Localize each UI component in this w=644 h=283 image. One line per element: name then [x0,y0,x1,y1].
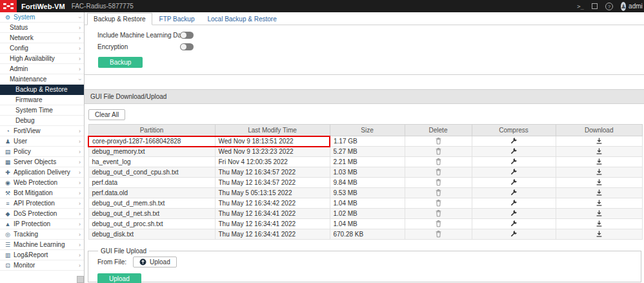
download-icon[interactable] [596,199,603,207]
delete-icon[interactable] [435,230,442,238]
machine-learning-icon: ☰ [4,242,12,248]
compress-icon[interactable] [510,137,518,144]
tab-backup-restore[interactable]: Backup & Restore [87,13,152,25]
sidebar-item-bot-mitigation[interactable]: ⚒ Bot Mitigation › [0,188,84,198]
help-icon[interactable]: ? [605,3,613,10]
upload-button[interactable]: Upload [97,273,141,283]
upload-legend: GUI File Upload [98,247,149,255]
download-icon[interactable] [596,147,603,155]
chevron-right-icon: › [79,149,81,155]
sidebar-item-user[interactable]: ♟ User › [0,136,84,147]
user-menu[interactable]: ♟ admin [621,2,643,11]
fullscreen-icon[interactable] [592,3,598,9]
server-objects-icon: ▦ [4,159,12,165]
sidebar-item-network[interactable]: Network › [0,33,84,43]
sidebar-item-api-protection[interactable]: ≡ API Protection › [0,198,84,209]
compress-icon[interactable] [510,220,518,227]
sidebar-item-server-objects[interactable]: ▦ Server Objects › [0,157,84,167]
chevron-right-icon: › [79,66,81,72]
download-icon[interactable] [596,220,603,227]
delete-icon[interactable] [435,189,442,196]
chevron-right-icon: › [79,221,81,227]
sidebar-item-config[interactable]: Config › [0,43,84,54]
clear-all-button[interactable]: Clear All [88,109,125,120]
download-icon[interactable] [596,178,603,186]
compress-icon[interactable] [510,189,518,196]
download-icon[interactable] [596,168,603,176]
sidebar-item-fortiview[interactable]: ◔ FortiView › [0,126,84,136]
fortiview-icon: ◔ [4,128,12,134]
compress-icon[interactable] [510,168,518,175]
sidebar-items: ⚙ System › Status › Network › Config › H… [0,12,84,271]
sidebar-item-monitor[interactable]: ⊡ Monitor › [0,260,84,271]
gui-file-upload-section: GUI File Upload From File: Upload Upload [88,247,641,282]
compress-icon[interactable] [510,147,518,154]
compress-icon[interactable] [510,230,518,237]
compress-icon[interactable] [510,209,518,216]
download-icon[interactable] [596,158,603,165]
compress-icon[interactable] [510,199,518,206]
download-icon[interactable] [596,230,603,238]
chevron-right-icon: › [79,262,81,269]
file-picker-button[interactable]: Upload [133,257,177,267]
terminal-icon[interactable]: >_ [577,3,584,10]
sidebar-item-backup-restore[interactable]: Backup & Restore [0,85,84,95]
gear-icon: ⚙ [4,14,12,21]
application-delivery-icon: ✚ [4,169,12,176]
user-icon: ♟ [4,138,12,145]
backup-button[interactable]: Backup [98,57,143,68]
tracking-icon: ◎ [4,231,12,238]
chevron-right-icon: › [79,252,81,258]
compress-icon[interactable] [510,158,518,165]
sidebar: ⚙ System › Status › Network › Config › H… [0,12,85,283]
sidebar-item-machine-learning[interactable]: ☰ Machine Learning › [0,240,84,250]
file-table-header-row: PartitionLast Modify TimeSizeDeleteCompr… [88,125,643,136]
file-table: PartitionLast Modify TimeSizeDeleteCompr… [88,124,643,240]
sidebar-item-system-time[interactable]: System Time [0,105,84,116]
chevron-right-icon: › [79,242,81,248]
sidebar-item-policy[interactable]: ▤ Policy › [0,147,84,157]
sidebar-item-system[interactable]: ⚙ System › [0,12,84,23]
table-row: debug_out_d_proc.sh.txt Thu May 12 16:34… [88,219,643,229]
sidebar-item-status[interactable]: Status › [0,23,84,33]
sidebar-item-web-protection[interactable]: ◉ Web Protection › [0,178,84,188]
delete-icon[interactable] [435,220,442,227]
encryption-toggle[interactable] [180,43,194,50]
column-header-download: Download [556,125,643,136]
compress-icon[interactable] [510,178,518,185]
sidebar-item-tracking[interactable]: ◎ Tracking › [0,229,84,240]
sidebar-item-ip-protection[interactable]: ▲ IP Protection › [0,219,84,229]
include-machine-learning-data-label: Include Machine Learning Data [97,32,180,39]
avatar: ♟ [621,2,626,11]
sidebar-item-debug[interactable]: Debug [0,116,84,126]
dos-protection-icon: ◆ [4,211,12,217]
download-icon[interactable] [596,209,603,217]
sidebar-item-dos-protection[interactable]: ◆ DoS Protection › [0,209,84,219]
divider [85,74,644,75]
tab-ftp-backup[interactable]: FTP Backup [154,14,201,25]
delete-icon[interactable] [435,147,442,155]
sidebar-item-log-report[interactable]: ▥ Log&Report › [0,250,84,260]
delete-icon[interactable] [435,209,442,217]
download-icon[interactable] [596,137,603,145]
sidebar-item-high-availability[interactable]: High Availability › [0,54,84,64]
tab-local-backup-restore[interactable]: Local Backup & Restore [201,14,282,25]
sidebar-item-application-delivery[interactable]: ✚ Application Delivery › [0,167,84,178]
download-icon[interactable] [596,189,603,196]
delete-icon[interactable] [435,158,442,165]
include-machine-learning-data-toggle[interactable] [180,32,194,39]
delete-icon[interactable] [435,137,442,145]
encryption-label: Encryption [97,43,180,50]
ip-protection-icon: ▲ [4,221,12,227]
column-header-size: Size [330,125,405,136]
delete-icon[interactable] [435,199,442,207]
delete-icon[interactable] [435,168,442,176]
sidebar-scrollbar-thumb[interactable] [77,276,84,283]
delete-icon[interactable] [435,178,442,186]
backup-form: Include Machine Learning Data Encryption… [85,25,644,68]
sidebar-item-maintenance[interactable]: Maintenance › [0,74,84,85]
chevron-right-icon: › [79,200,81,207]
sidebar-item-firmware[interactable]: Firmware [0,95,84,105]
sidebar-item-admin[interactable]: Admin › [0,64,84,74]
main-content: Backup & RestoreFTP BackupLocal Backup &… [85,12,644,283]
